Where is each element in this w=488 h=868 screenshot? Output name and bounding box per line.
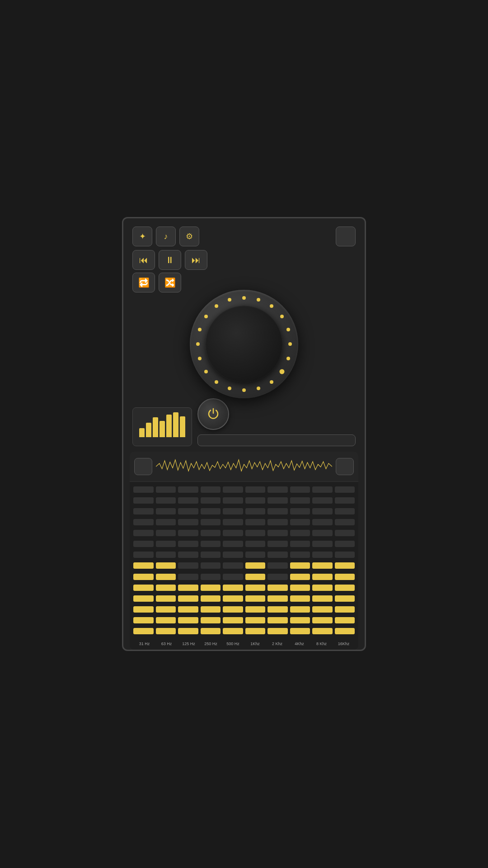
eq-seg-band2-row9[interactable] (178, 585, 198, 591)
eq-seg-band4-row8[interactable] (223, 574, 243, 580)
eq-seg-band3-row0[interactable] (201, 486, 221, 493)
volume-knob[interactable] (206, 306, 282, 382)
eq-seg-band9-row1[interactable] (335, 497, 355, 504)
eq-seg-band9-row8[interactable] (335, 574, 355, 580)
eq-seg-band0-row4[interactable] (133, 530, 154, 536)
eq-seg-band2-row1[interactable] (178, 497, 198, 504)
eq-seg-band9-row4[interactable] (335, 530, 355, 536)
eq-seg-band8-row9[interactable] (312, 585, 333, 591)
eq-seg-band1-row6[interactable] (156, 552, 176, 558)
eq-seg-band3-row5[interactable] (201, 541, 221, 547)
eq-seg-band2-row6[interactable] (178, 552, 198, 558)
eq-seg-band6-row5[interactable] (267, 541, 288, 547)
eq-seg-band6-row4[interactable] (267, 530, 288, 536)
eq-seg-band0-row2[interactable] (133, 508, 154, 514)
eq-seg-band1-row9[interactable] (156, 585, 176, 591)
shuffle-button[interactable]: 🔀 (159, 273, 181, 292)
eq-seg-band5-row1[interactable] (245, 497, 266, 504)
eq-seg-band8-row8[interactable] (312, 574, 333, 580)
eq-seg-band5-row6[interactable] (245, 552, 266, 558)
eq-seg-band9-row10[interactable] (335, 595, 355, 602)
custom-button[interactable] (197, 434, 356, 446)
eq-seg-band7-row7[interactable] (290, 562, 310, 569)
eq-seg-band7-row12[interactable] (290, 617, 310, 623)
eq-seg-band9-row13[interactable] (335, 628, 355, 634)
eq-seg-band2-row0[interactable] (178, 486, 198, 493)
eq-seg-band6-row1[interactable] (267, 497, 288, 504)
eq-seg-band2-row13[interactable] (178, 628, 198, 634)
eq-seg-band6-row12[interactable] (267, 617, 288, 623)
eq-seg-band2-row3[interactable] (178, 519, 198, 525)
eq-seg-band7-row0[interactable] (290, 486, 310, 493)
eq-seg-band9-row3[interactable] (335, 519, 355, 525)
eq-seg-band1-row13[interactable] (156, 628, 176, 634)
eq-seg-band6-row9[interactable] (267, 585, 288, 591)
eq-seg-band7-row11[interactable] (290, 606, 310, 613)
eq-seg-band1-row8[interactable] (156, 574, 176, 580)
eq-seg-band7-row2[interactable] (290, 508, 310, 514)
eq-seg-band4-row4[interactable] (223, 530, 243, 536)
eq-seg-band7-row6[interactable] (290, 552, 310, 558)
eq-seg-band2-row11[interactable] (178, 606, 198, 613)
eq-seg-band7-row9[interactable] (290, 585, 310, 591)
eq-seg-band8-row7[interactable] (312, 562, 333, 569)
eq-seg-band6-row2[interactable] (267, 508, 288, 514)
eq-seg-band4-row5[interactable] (223, 541, 243, 547)
eq-seg-band3-row9[interactable] (201, 585, 221, 591)
eq-seg-band6-row10[interactable] (267, 595, 288, 602)
eq-seg-band1-row2[interactable] (156, 508, 176, 514)
eq-seg-band5-row8[interactable] (245, 574, 266, 580)
eq-seg-band7-row13[interactable] (290, 628, 310, 634)
eq-seg-band0-row7[interactable] (133, 562, 154, 569)
eq-seg-band4-row12[interactable] (223, 617, 243, 623)
eq-seg-band4-row9[interactable] (223, 585, 243, 591)
eq-seg-band3-row12[interactable] (201, 617, 221, 623)
eq-seg-band4-row2[interactable] (223, 508, 243, 514)
eq-seg-band5-row12[interactable] (245, 617, 266, 623)
eq-seg-band4-row13[interactable] (223, 628, 243, 634)
menu-button[interactable] (336, 226, 356, 246)
eq-seg-band5-row0[interactable] (245, 486, 266, 493)
eq-seg-band8-row2[interactable] (312, 508, 333, 514)
eq-seg-band9-row12[interactable] (335, 617, 355, 623)
eq-seg-band0-row11[interactable] (133, 606, 154, 613)
eq-seg-band8-row3[interactable] (312, 519, 333, 525)
eq-seg-band1-row3[interactable] (156, 519, 176, 525)
eq-seg-band2-row10[interactable] (178, 595, 198, 602)
eq-seg-band4-row6[interactable] (223, 552, 243, 558)
eq-seg-band5-row2[interactable] (245, 508, 266, 514)
eq-seg-band8-row6[interactable] (312, 552, 333, 558)
eq-seg-band0-row3[interactable] (133, 519, 154, 525)
eq-seg-band3-row13[interactable] (201, 628, 221, 634)
eq-seg-band7-row1[interactable] (290, 497, 310, 504)
eq-seg-band4-row0[interactable] (223, 486, 243, 493)
eq-seg-band7-row8[interactable] (290, 574, 310, 580)
eq-seg-band8-row1[interactable] (312, 497, 333, 504)
repeat-button[interactable]: 🔁 (132, 273, 155, 292)
eq-seg-band8-row4[interactable] (312, 530, 333, 536)
eq-seg-band5-row7[interactable] (245, 562, 266, 569)
eq-seg-band6-row3[interactable] (267, 519, 288, 525)
eq-seg-band1-row0[interactable] (156, 486, 176, 493)
eq-seg-band1-row11[interactable] (156, 606, 176, 613)
eq-seg-band5-row5[interactable] (245, 541, 266, 547)
eq-seg-band1-row4[interactable] (156, 530, 176, 536)
eq-seg-band2-row2[interactable] (178, 508, 198, 514)
forward-button[interactable]: ⏭ (185, 250, 207, 270)
eq-seg-band0-row0[interactable] (133, 486, 154, 493)
eq-seg-band4-row3[interactable] (223, 519, 243, 525)
eq-seg-band2-row7[interactable] (178, 562, 198, 569)
eq-seg-band5-row4[interactable] (245, 530, 266, 536)
eq-seg-band8-row11[interactable] (312, 606, 333, 613)
eq-seg-band9-row2[interactable] (335, 508, 355, 514)
eq-seg-band9-row11[interactable] (335, 606, 355, 613)
eq-seg-band4-row11[interactable] (223, 606, 243, 613)
eq-seg-band3-row8[interactable] (201, 574, 221, 580)
eq-seg-band3-row11[interactable] (201, 606, 221, 613)
eq-seg-band0-row9[interactable] (133, 585, 154, 591)
power-boost-box[interactable] (132, 407, 192, 446)
eq-seg-band2-row5[interactable] (178, 541, 198, 547)
eq-seg-band1-row10[interactable] (156, 595, 176, 602)
eq-seg-band3-row1[interactable] (201, 497, 221, 504)
eq-seg-band8-row12[interactable] (312, 617, 333, 623)
